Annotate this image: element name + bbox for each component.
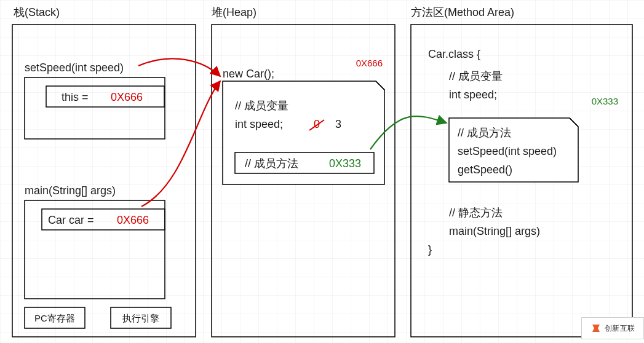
ma-static-comment: // 静态方法	[449, 207, 503, 219]
arrow-car-to-heap	[141, 81, 220, 207]
stack-frame1-header: setSpeed(int speed)	[25, 61, 124, 74]
ma-field-decl: int speed;	[449, 89, 497, 101]
heap-addr: 0X666	[356, 58, 383, 68]
arrow-this-to-heap	[138, 58, 220, 76]
stack-frame1-box	[25, 77, 165, 139]
stack-frame2-var-label: Car car =	[48, 214, 94, 226]
stack-frame2-header: main(String[] args)	[25, 184, 116, 197]
class-close: }	[428, 243, 432, 256]
heap-method-addr: 0X333	[329, 157, 361, 170]
heap-method-comment: // 成员方法	[245, 157, 298, 170]
pc-register-label: PC寄存器	[34, 313, 75, 323]
heap-field-new: 3	[335, 118, 341, 130]
stack-frame1-var-label: this =	[62, 91, 89, 103]
ma-addr: 0X333	[592, 96, 618, 106]
heap-field-comment: // 成员变量	[235, 100, 288, 112]
methodarea-column: Car.class { // 成员变量 int speed; 0X333 // …	[411, 25, 632, 337]
stack-frame1-var-addr: 0X666	[111, 91, 143, 103]
ma-field-comment: // 成员变量	[449, 70, 503, 82]
watermark-text: 创新互联	[605, 323, 635, 334]
ma-method-comment: // 成员方法	[458, 127, 511, 139]
stack-frame2-var-addr: 0X666	[117, 214, 149, 226]
ma-method2: getSpeed()	[458, 164, 512, 176]
ma-static-method: main(String[] args)	[449, 225, 540, 237]
heap-field-decl: int speed;	[235, 118, 283, 130]
exec-engine-label: 执行引擎	[122, 313, 159, 323]
watermark-icon	[590, 323, 602, 334]
class-open: Car.class {	[428, 48, 480, 60]
heap-new-label: new Car();	[223, 68, 274, 80]
watermark-badge: 创新互联	[581, 317, 644, 339]
stack-title: 栈(Stack)	[13, 6, 60, 18]
diagram-canvas: 栈(Stack) 堆(Heap) 方法区(Method Area) setSpe…	[0, 0, 644, 343]
heap-title: 堆(Heap)	[211, 6, 256, 18]
ma-method-note: // 成员方法 setSpeed(int speed) getSpeed()	[449, 118, 578, 182]
heap-column: new Car(); 0X666 // 成员变量 int speed; 0 3 …	[212, 25, 395, 337]
heap-object-note: // 成员变量 int speed; 0 3 // 成员方法 0X333	[223, 81, 384, 184]
methodarea-title: 方法区(Method Area)	[411, 6, 514, 18]
stack-column: setSpeed(int speed) this = 0X666 main(St…	[12, 25, 196, 337]
ma-method1: setSpeed(int speed)	[458, 145, 557, 157]
